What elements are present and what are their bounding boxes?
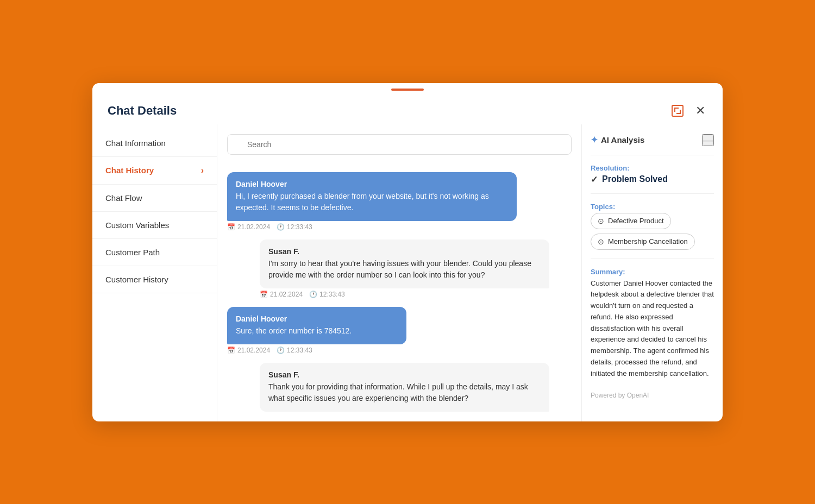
- calendar-icon: 📅: [260, 291, 268, 298]
- divider: [591, 155, 714, 155]
- list-item: Daniel Hoover Sure, the order number is …: [227, 307, 572, 354]
- sidebar-item-customer-path[interactable]: Customer Path: [92, 239, 217, 266]
- divider: [591, 259, 714, 259]
- sidebar: Chat Information Chat History › Chat Flo…: [92, 124, 217, 421]
- message-date: 📅 21.02.2024: [227, 223, 270, 231]
- topic-icon: ⊙: [598, 217, 604, 225]
- search-input[interactable]: [227, 134, 572, 155]
- calendar-icon: 📅: [227, 346, 235, 354]
- sender-name: Daniel Hoover: [236, 314, 398, 323]
- message-text: Hi, I recently purchased a blender from …: [236, 191, 508, 213]
- sender-name: Daniel Hoover: [236, 180, 508, 188]
- close-button[interactable]: ✕: [693, 103, 707, 119]
- calendar-icon: 📅: [227, 223, 235, 231]
- divider: [591, 193, 714, 194]
- list-item: Susan F. Thank you for providing that in…: [227, 363, 572, 412]
- chevron-right-icon: ›: [201, 166, 204, 175]
- search-wrapper: 🔍: [227, 134, 572, 163]
- expand-button[interactable]: [669, 103, 686, 119]
- topic-label: Defective Product: [608, 217, 664, 225]
- topics-list: ⊙ Defective Product ⊙ Membership Cancell…: [591, 213, 714, 250]
- resolution-label: Resolution:: [591, 164, 714, 172]
- topic-icon: ⊙: [598, 237, 604, 246]
- message-date: 📅 21.02.2024: [260, 291, 303, 298]
- summary-text: Customer Daniel Hoover contacted the hel…: [591, 278, 714, 380]
- topics-section: Topics: ⊙ Defective Product ⊙ Membership…: [591, 203, 714, 250]
- sender-name: Susan F.: [268, 370, 541, 379]
- sidebar-item-chat-flow[interactable]: Chat Flow: [92, 185, 217, 212]
- modal-title: Chat Details: [108, 104, 177, 118]
- resolution-value: Problem Solved: [602, 174, 668, 184]
- message-text: Thank you for providing that information…: [268, 381, 541, 404]
- expand-icon: [672, 105, 684, 117]
- message-text: Sure, the order number is 784512.: [236, 325, 398, 337]
- chat-main-content: 🔍 Daniel Hoover Hi, I recently purchased…: [217, 124, 581, 421]
- sidebar-item-label: Chat Flow: [105, 193, 142, 203]
- sidebar-item-custom-variables[interactable]: Custom Variables: [92, 212, 217, 239]
- summary-label: Summary:: [591, 268, 714, 276]
- ai-panel-title: ✦ AI Analysis: [591, 135, 644, 145]
- modal-body: Chat Information Chat History › Chat Flo…: [92, 124, 723, 421]
- summary-section: Summary: Customer Daniel Hoover contacte…: [591, 268, 714, 380]
- message-bubble-daniel-2: Daniel Hoover Sure, the order number is …: [227, 307, 406, 344]
- sidebar-item-label: Chat History: [105, 166, 154, 175]
- sidebar-item-customer-history[interactable]: Customer History: [92, 266, 217, 293]
- message-time: 🕐 12:33:43: [309, 291, 345, 298]
- ai-panel-header: ✦ AI Analysis —: [591, 134, 714, 146]
- topic-label: Membership Cancellation: [608, 237, 688, 245]
- sidebar-item-label: Customer Path: [105, 248, 160, 257]
- resolution-row: ✓ Problem Solved: [591, 174, 714, 185]
- powered-by: Powered by OpenAI: [591, 392, 714, 399]
- message-text: I'm sorry to hear that you're having iss…: [268, 258, 541, 281]
- sparkle-icon: ✦: [591, 135, 598, 145]
- chat-details-modal: Chat Details ✕ Chat Information Chat His…: [92, 83, 723, 421]
- list-item: Daniel Hoover Hi, I recently purchased a…: [227, 172, 572, 231]
- sidebar-item-chat-history[interactable]: Chat History ›: [92, 157, 217, 185]
- clock-icon: 🕐: [277, 223, 285, 231]
- chat-messages: Daniel Hoover Hi, I recently purchased a…: [227, 172, 572, 412]
- message-meta: 📅 21.02.2024 🕐 12:33:43: [227, 346, 572, 354]
- sidebar-item-label: Custom Variables: [105, 220, 169, 230]
- checkmark-icon: ✓: [591, 174, 598, 185]
- ai-analysis-panel: ✦ AI Analysis — Resolution: ✓ Problem So…: [581, 124, 723, 421]
- message-bubble-daniel-1: Daniel Hoover Hi, I recently purchased a…: [227, 172, 517, 221]
- sidebar-item-chat-information[interactable]: Chat Information: [92, 130, 217, 157]
- message-bubble-susan-1: Susan F. I'm sorry to hear that you're h…: [260, 240, 549, 288]
- message-time: 🕐 12:33:43: [277, 346, 312, 354]
- topic-badge-defective-product: ⊙ Defective Product: [591, 213, 671, 229]
- list-item: Susan F. I'm sorry to hear that you're h…: [227, 240, 572, 298]
- message-date: 📅 21.02.2024: [227, 346, 270, 354]
- topic-badge-membership-cancellation: ⊙ Membership Cancellation: [591, 234, 695, 250]
- topics-label: Topics:: [591, 203, 714, 211]
- message-meta: 📅 21.02.2024 🕐 12:33:43: [260, 291, 572, 298]
- message-bubble-susan-2: Susan F. Thank you for providing that in…: [260, 363, 549, 412]
- clock-icon: 🕐: [277, 346, 285, 354]
- header-actions: ✕: [669, 103, 707, 119]
- sender-name: Susan F.: [268, 247, 541, 256]
- close-icon: ✕: [695, 105, 705, 117]
- resolution-section: Resolution: ✓ Problem Solved: [591, 164, 714, 185]
- sidebar-item-label: Chat Information: [105, 138, 166, 148]
- collapse-button[interactable]: —: [702, 134, 714, 146]
- sidebar-item-label: Customer History: [105, 275, 168, 284]
- modal-header: Chat Details ✕: [92, 91, 723, 119]
- message-time: 🕐 12:33:43: [277, 223, 312, 231]
- message-meta: 📅 21.02.2024 🕐 12:33:43: [227, 223, 572, 231]
- clock-icon: 🕐: [309, 291, 317, 298]
